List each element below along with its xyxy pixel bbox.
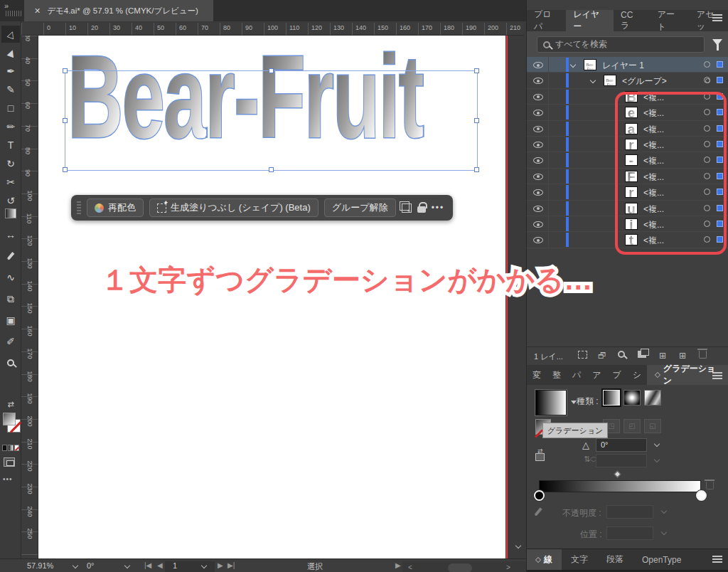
- rectangle-tool[interactable]: □: [1, 100, 20, 117]
- search-input[interactable]: すべてを検索: [537, 36, 705, 53]
- delete-layer-icon[interactable]: [699, 351, 707, 359]
- visibility-eye-icon[interactable]: [533, 206, 543, 212]
- selection-handle[interactable]: [474, 167, 479, 172]
- selection-square[interactable]: [717, 61, 723, 68]
- linear-gradient-button[interactable]: [603, 390, 620, 406]
- layer-thumbnail[interactable]: Bear-Fruit: [584, 59, 596, 70]
- visibility-eye-icon[interactable]: [533, 78, 543, 84]
- visibility-eye-icon[interactable]: [533, 157, 543, 164]
- document-tab[interactable]: ✕ デモ4.ai* @ 57.91 % (CMYK/プレビュー): [24, 0, 213, 21]
- zoom-level[interactable]: 57.91%: [27, 561, 53, 570]
- collapse-diamond-icon[interactable]: [655, 372, 660, 378]
- freeform-gradient-button[interactable]: [644, 390, 661, 406]
- export-icon[interactable]: 🗗: [598, 351, 606, 361]
- collapsed-panel-tab-変[interactable]: 変: [527, 369, 547, 381]
- first-artboard-icon[interactable]: |◀: [144, 561, 151, 569]
- visibility-eye-icon[interactable]: [533, 237, 543, 243]
- toolbar-collapse-button[interactable]: »: [4, 1, 8, 10]
- fill-gradient-swatch[interactable]: [3, 413, 16, 425]
- gradient-stop-white[interactable]: [696, 490, 707, 501]
- visibility-eye-icon[interactable]: [533, 110, 543, 116]
- new-sublayer-icon[interactable]: ⊞: [659, 351, 666, 361]
- eyedropper-tool[interactable]: [1, 248, 20, 265]
- duplicate-icon[interactable]: [402, 203, 412, 213]
- tab-線[interactable]: 線: [527, 549, 562, 571]
- target-circle[interactable]: [704, 77, 710, 83]
- prev-artboard-icon[interactable]: ◀: [157, 561, 163, 569]
- tab-文字[interactable]: 文字: [562, 549, 597, 571]
- visibility-eye-icon[interactable]: [533, 62, 543, 68]
- panel-tab-アセッ[interactable]: アセッ: [690, 10, 728, 31]
- angle-input[interactable]: 0°: [596, 438, 647, 452]
- selection-handle[interactable]: [63, 68, 68, 73]
- collapse-diamond-icon[interactable]: [535, 556, 541, 562]
- scrollbar-thumb[interactable]: [448, 563, 472, 572]
- last-artboard-icon[interactable]: ▶|: [228, 561, 235, 569]
- layer-row[interactable]: Bear-Fruitレイヤー 1: [527, 57, 728, 73]
- gradient-slider[interactable]: [539, 480, 701, 492]
- curvature-tool[interactable]: ✎: [1, 81, 20, 98]
- layer-row[interactable]: Bear-Fruit<グループ>: [527, 73, 728, 88]
- taskbar-drag-handle[interactable]: [77, 201, 81, 214]
- gradient-preset-chevron[interactable]: [571, 401, 577, 404]
- tab-段落[interactable]: 段落: [597, 549, 633, 571]
- filter-icon[interactable]: [712, 39, 722, 46]
- gradient-mode-icon[interactable]: [8, 445, 13, 451]
- panel-tab-プロパ[interactable]: プロパ: [527, 10, 566, 31]
- gradient-midpoint-diamond[interactable]: [614, 471, 621, 478]
- rotation-dropdown-chevron[interactable]: [124, 563, 130, 568]
- zoom-dropdown-chevron[interactable]: [73, 563, 78, 568]
- selection-handle[interactable]: [474, 68, 479, 73]
- visibility-eye-icon[interactable]: [533, 142, 543, 148]
- tab-OpenType[interactable]: OpenType: [633, 549, 690, 571]
- close-tab-icon[interactable]: ✕: [34, 6, 41, 16]
- paintbrush-tool[interactable]: ✐: [1, 333, 20, 350]
- collapsed-panel-tab-パ[interactable]: パ: [567, 369, 587, 381]
- visibility-eye-icon[interactable]: [533, 221, 543, 228]
- direct-selection-tool[interactable]: ▶: [1, 44, 20, 61]
- panel-tab-アート[interactable]: アート: [651, 10, 690, 31]
- visibility-eye-icon[interactable]: [533, 189, 543, 196]
- swap-fill-stroke-icon[interactable]: ⇄: [1, 398, 20, 410]
- type-tool[interactable]: T: [1, 137, 20, 154]
- blend-tool[interactable]: ∿: [1, 269, 20, 286]
- selection-handle[interactable]: [474, 118, 479, 123]
- gradient-preview-swatch[interactable]: [535, 390, 567, 415]
- panel-tab-CC ラ[interactable]: CC ラ: [614, 10, 651, 31]
- rotate-tool[interactable]: ↻: [1, 155, 20, 172]
- visibility-eye-icon[interactable]: [533, 174, 543, 180]
- fill-stroke-proxy[interactable]: [2, 411, 21, 440]
- edit-toolbar-dots[interactable]: •••: [3, 475, 13, 483]
- tab-gradient[interactable]: グラデーション: [647, 365, 728, 385]
- pencil-tool[interactable]: ✏: [1, 118, 20, 135]
- new-layer-icon[interactable]: ⊞: [679, 351, 686, 361]
- panel-menu-icon[interactable]: [712, 14, 722, 16]
- selection-handle[interactable]: [63, 167, 68, 172]
- selection-handle[interactable]: [269, 68, 274, 73]
- clipping-mask-icon[interactable]: [638, 351, 646, 358]
- gradient-stop-black[interactable]: [534, 490, 545, 501]
- selection-tool[interactable]: ▷: [1, 26, 20, 43]
- scissors-tool[interactable]: ✂: [1, 174, 20, 191]
- panel-tab-レイヤー[interactable]: レイヤー: [566, 10, 614, 31]
- lock-icon[interactable]: [417, 206, 426, 213]
- gradient-panel-menu-icon[interactable]: [712, 372, 722, 374]
- bottom-panel-menu-icon[interactable]: [712, 556, 722, 557]
- layer-label[interactable]: レイヤー 1: [602, 60, 644, 72]
- collect-export-icon[interactable]: [578, 351, 587, 359]
- color-mode-icon[interactable]: [2, 445, 7, 451]
- layer-thumbnail[interactable]: Bear-Fruit: [604, 75, 616, 86]
- ungroup-button[interactable]: グループ解除: [324, 198, 396, 217]
- none-mode-icon[interactable]: [14, 445, 19, 451]
- locate-object-icon[interactable]: [618, 351, 625, 358]
- shape-builder-tool[interactable]: ⧉: [1, 290, 20, 307]
- status-play-icon[interactable]: ▶: [395, 561, 401, 569]
- selection-square[interactable]: [717, 77, 723, 83]
- artwork-group[interactable]: Bear-Fruit: [68, 64, 478, 178]
- radial-gradient-button[interactable]: [623, 390, 641, 406]
- target-circle[interactable]: [704, 61, 710, 68]
- next-artboard-icon[interactable]: ▶: [218, 561, 223, 569]
- collapsed-panel-tab-ア[interactable]: ア: [587, 369, 606, 381]
- collapsed-panel-tab-ブ[interactable]: ブ: [607, 369, 627, 381]
- horizontal-scrollbar[interactable]: < >: [402, 561, 526, 572]
